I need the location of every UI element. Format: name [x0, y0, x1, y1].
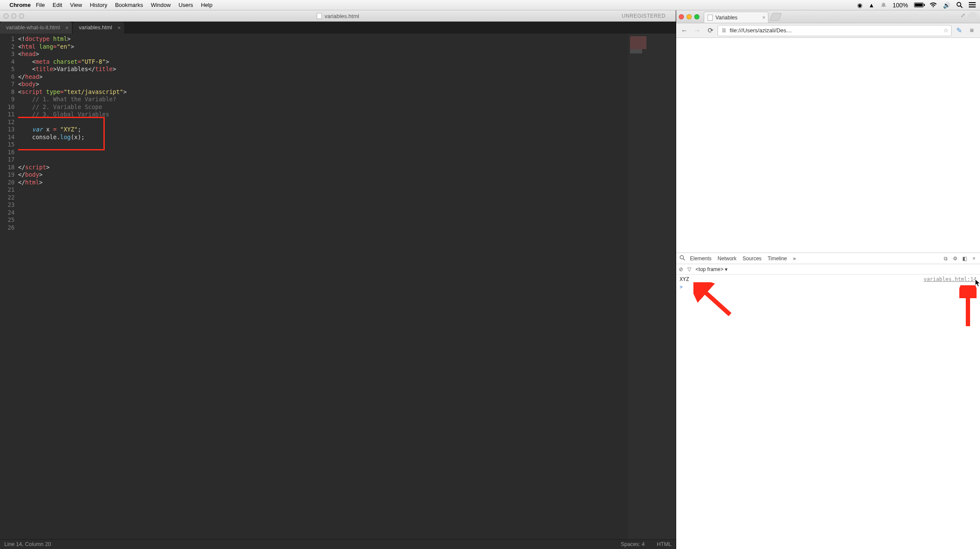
window-zoom-icon[interactable] — [19, 13, 24, 19]
line-number: 25 — [0, 216, 15, 224]
code-editor[interactable]: <!doctype html> <html lang="en"> <head> … — [18, 34, 628, 231]
toggle-drawer-icon[interactable]: ⧉ — [941, 256, 950, 262]
status-spaces[interactable]: Spaces: 4 — [621, 541, 645, 547]
menubar-item-view[interactable]: View — [70, 2, 82, 8]
menubar-item-help[interactable]: Help — [201, 2, 212, 8]
menubar-item-window[interactable]: Window — [151, 2, 171, 8]
url-text: file:///Users/azizali/Des… — [730, 27, 792, 34]
close-icon[interactable]: × — [762, 15, 765, 21]
document-icon — [317, 13, 322, 19]
status-syntax[interactable]: HTML — [657, 541, 671, 547]
close-icon[interactable]: × — [65, 25, 69, 31]
forward-button[interactable]: → — [692, 25, 703, 36]
bookmark-star-icon[interactable]: ☆ — [943, 27, 949, 34]
console-row: XYZ variables.html:14 — [680, 276, 977, 282]
svg-point-0 — [957, 3, 961, 6]
window-close-icon[interactable] — [3, 13, 9, 19]
chrome-traffic-lights[interactable] — [679, 14, 699, 19]
close-icon[interactable]: × — [970, 256, 978, 262]
devtools-panel: Elements Network Sources Timeline » ⧉ ⚙ … — [676, 253, 980, 549]
svg-line-7 — [700, 287, 730, 315]
sublime-titlebar[interactable]: variables.html UNREGISTERED — [0, 10, 676, 22]
chrome-tab[interactable]: Variables × — [704, 12, 768, 23]
extension-icon[interactable]: ✎ — [953, 25, 964, 36]
mac-menubar: Chrome File Edit View History Bookmarks … — [0, 0, 980, 10]
devtools-tabs-overflow[interactable]: » — [790, 256, 799, 262]
line-number: 13 — [0, 126, 15, 134]
chrome-menu-button[interactable]: ≡ — [966, 25, 977, 36]
sublime-editor-area: 1 2 3 4 5 6 7 8 9 10 11 12 13 14 15 16 1… — [0, 34, 676, 539]
menu-list-icon[interactable] — [969, 2, 976, 8]
line-number: 19 — [0, 171, 15, 179]
line-number: 17 — [0, 156, 15, 164]
line-number: 20 — [0, 179, 15, 187]
frame-selector[interactable]: <top frame> ▾ — [696, 266, 727, 272]
menubar-item-history[interactable]: History — [90, 2, 107, 8]
battery-icon[interactable] — [914, 3, 924, 7]
window-close-icon[interactable] — [679, 14, 684, 19]
devtools-tab-sources[interactable]: Sources — [740, 256, 764, 262]
screencast-icon[interactable]: ◉ — [857, 2, 862, 9]
window-zoom-icon[interactable] — [694, 14, 699, 19]
close-icon[interactable]: × — [118, 25, 121, 31]
line-number: 3 — [0, 50, 15, 58]
chrome-tab-title: Variables — [715, 15, 737, 21]
line-number: 18 — [0, 164, 15, 172]
svg-line-6 — [683, 259, 685, 260]
svg-rect-4 — [969, 6, 976, 7]
devtools-tab-elements[interactable]: Elements — [687, 256, 714, 262]
line-number: 23 — [0, 201, 15, 209]
sublime-tab-bar: variable-what-is-it.html × variables.htm… — [0, 22, 676, 34]
spotlight-icon[interactable] — [956, 2, 963, 8]
line-number: 5 — [0, 66, 15, 73]
address-bar[interactable]: 🗎 file:///Users/azizali/Des… ☆ — [718, 25, 952, 36]
chrome-toolbar: ← → ⟳ 🗎 file:///Users/azizali/Des… ☆ ✎ ≡ — [676, 23, 980, 38]
svg-point-5 — [680, 256, 684, 259]
sublime-minimap[interactable] — [628, 34, 676, 539]
menubar-item-file[interactable]: File — [36, 2, 45, 8]
line-number: 16 — [0, 149, 15, 156]
menubar-app-name[interactable]: Chrome — [9, 2, 31, 8]
line-number: 10 — [0, 103, 15, 111]
line-number: 21 — [0, 186, 15, 194]
expand-icon[interactable]: ⤢ — [961, 12, 965, 22]
sublime-tab-inactive[interactable]: variable-what-is-it.html × — [0, 22, 72, 34]
line-number: 26 — [0, 224, 15, 232]
sublime-status-bar: Line 14, Column 20 Spaces: 4 HTML — [0, 539, 676, 549]
line-number: 7 — [0, 81, 15, 88]
clear-console-icon[interactable]: ⊘ — [679, 266, 683, 272]
new-tab-button[interactable] — [770, 13, 782, 21]
status-line-col: Line 14, Column 20 — [4, 541, 51, 547]
filter-icon[interactable]: ▽ — [687, 266, 691, 272]
notifications-icon[interactable]: 🔔︎ — [880, 2, 886, 9]
line-number: 24 — [0, 209, 15, 217]
console-source-link[interactable]: variables.html:14 — [924, 276, 977, 282]
window-minimize-icon[interactable] — [11, 13, 16, 19]
devtools-console[interactable]: XYZ variables.html:14 > — [676, 274, 980, 549]
gear-icon[interactable]: ⚙ — [951, 256, 959, 262]
back-button[interactable]: ← — [679, 25, 690, 36]
console-prompt[interactable]: > — [680, 284, 977, 290]
menubar-item-bookmarks[interactable]: Bookmarks — [115, 2, 143, 8]
gdrive-icon[interactable]: ▲ — [868, 2, 874, 9]
sublime-title-filename: variables.html — [325, 13, 359, 19]
user-avatar-icon[interactable] — [968, 12, 977, 22]
file-icon: 🗎 — [721, 27, 727, 34]
reload-button[interactable]: ⟳ — [705, 25, 716, 36]
sublime-tab-active[interactable]: variables.html × — [73, 22, 124, 34]
window-minimize-icon[interactable] — [687, 14, 692, 19]
search-icon[interactable] — [678, 255, 687, 262]
sublime-traffic-lights[interactable] — [3, 13, 24, 19]
document-icon — [708, 15, 713, 21]
menubar-item-users[interactable]: Users — [178, 2, 193, 8]
volume-icon[interactable]: 🔊 — [943, 2, 950, 9]
devtools-tab-timeline[interactable]: Timeline — [765, 256, 790, 262]
devtools-tab-network[interactable]: Network — [715, 256, 739, 262]
wifi-icon[interactable] — [930, 2, 937, 8]
chrome-window: Variables × ⤢ ← → ⟳ 🗎 file:///Users/aziz… — [676, 10, 980, 549]
line-number-gutter: 1 2 3 4 5 6 7 8 9 10 11 12 13 14 15 16 1… — [0, 34, 18, 539]
menubar-item-edit[interactable]: Edit — [53, 2, 62, 8]
line-number: 14 — [0, 134, 15, 141]
dock-icon[interactable]: ◧ — [960, 256, 969, 262]
devtools-console-toolbar: ⊘ ▽ <top frame> ▾ — [676, 264, 980, 274]
